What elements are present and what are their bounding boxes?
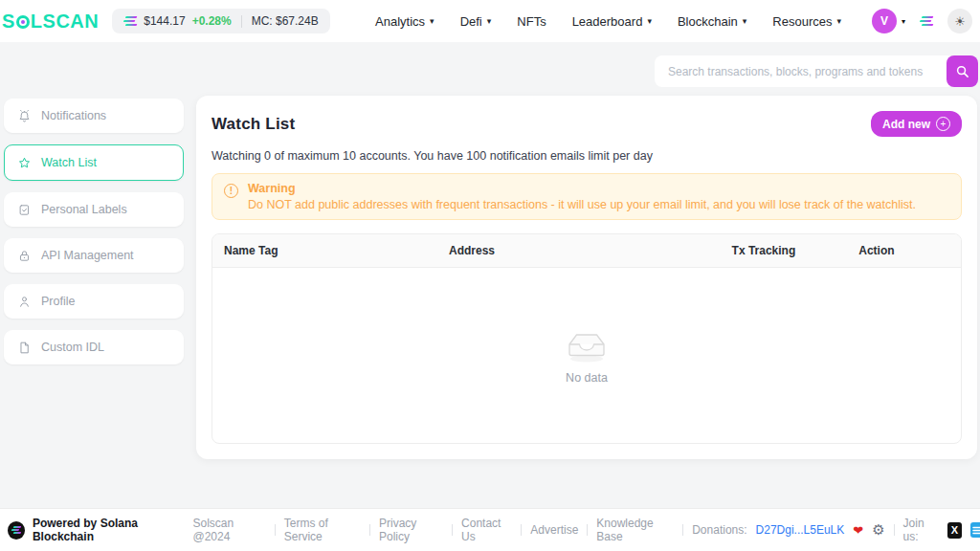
nav-analytics[interactable]: Analytics ▾ [375, 14, 434, 29]
sol-price-change: +0.28% [192, 14, 232, 28]
footer-link-contact[interactable]: Contact Us [461, 517, 512, 543]
bell-icon [17, 109, 32, 123]
join-us-label: Join us: [903, 517, 939, 543]
donations-address-link[interactable]: D27Dgi...L5EuLK [756, 523, 845, 537]
no-data-text: No data [566, 371, 608, 385]
watchlist-limits-text: Watching 0 of maximum 10 accounts. You h… [212, 149, 962, 163]
solscan-watchlist-page: SLSCAN $144.17 +0.28% MC: $67.24B Analyt… [0, 0, 980, 551]
nav-leaderboard[interactable]: Leaderboard ▾ [572, 14, 652, 29]
column-tx-tracking: Tx Tracking [732, 244, 859, 257]
column-action: Action [858, 244, 949, 257]
plus-circle-icon: + [936, 117, 950, 131]
header-right-controls: V ▾ ☀ [872, 9, 972, 33]
footer-link-advertise[interactable]: Advertise [530, 523, 578, 537]
table-header-row: Name Tag Address Tx Tracking Action [212, 234, 961, 268]
sidebar-item-custom-idl[interactable]: Custom IDL [4, 330, 184, 364]
sidebar-item-label: Notifications [41, 109, 106, 122]
label-check-icon [17, 203, 32, 217]
search-icon [955, 64, 969, 78]
warning-icon: ! [224, 184, 238, 198]
top-header: SLSCAN $144.17 +0.28% MC: $67.24B Analyt… [0, 0, 980, 42]
sol-price-ticker[interactable]: $144.17 +0.28% MC: $67.24B [112, 9, 329, 33]
sidebar-item-label: Profile [41, 295, 75, 308]
sol-market-cap: MC: $67.24B [252, 14, 319, 28]
sidebar-item-label: Personal Labels [41, 203, 127, 216]
chevron-down-icon: ▾ [902, 17, 905, 26]
add-new-button[interactable]: Add new + [871, 111, 962, 137]
table-empty-state: No data [212, 268, 961, 443]
donations-label: Donations: [692, 523, 746, 537]
sun-icon: ☀ [954, 14, 966, 29]
gear-icon[interactable]: ⚙ [872, 521, 884, 539]
column-address: Address [449, 244, 732, 257]
ticker-divider [241, 15, 242, 28]
file-icon [17, 341, 32, 355]
sidebar-item-label: Custom IDL [41, 341, 104, 354]
footer-copyright: Solscan @2024 [192, 517, 265, 543]
sidebar-item-personal-labels[interactable]: Personal Labels [4, 192, 184, 227]
solana-network-icon[interactable] [920, 16, 933, 26]
nav-resources[interactable]: Resources ▾ [772, 14, 841, 29]
footer-links: Solscan @2024 Terms of Service Privacy P… [192, 517, 980, 543]
warning-message: Do NOT add public addresses with frequen… [248, 198, 916, 211]
sidebar-item-api-management[interactable]: API Management [4, 238, 184, 273]
logo-suffix: LSCAN [31, 11, 99, 33]
chevron-down-icon: ▾ [743, 17, 747, 26]
telegram-icon[interactable] [970, 522, 980, 538]
heart-icon: ❤ [853, 523, 863, 538]
solana-icon [123, 16, 137, 26]
warning-title: Warning [248, 182, 916, 195]
chevron-down-icon: ▾ [647, 17, 652, 26]
footer-link-knowledge-base[interactable]: Knowledge Base [596, 517, 674, 543]
nav-defi[interactable]: Defi ▾ [460, 14, 492, 29]
star-icon [17, 156, 32, 170]
solana-badge-icon [8, 521, 25, 540]
chevron-down-icon: ▾ [430, 17, 434, 26]
column-name-tag: Name Tag [224, 244, 449, 257]
warning-banner: ! Warning Do NOT add public addresses wi… [212, 173, 962, 220]
empty-inbox-icon [562, 327, 612, 364]
chevron-down-icon: ▾ [836, 17, 841, 26]
sidebar-item-profile[interactable]: Profile [4, 284, 184, 319]
user-icon [17, 295, 32, 309]
search-button[interactable] [947, 55, 978, 87]
user-menu[interactable]: V ▾ [872, 9, 905, 33]
avatar[interactable]: V [872, 9, 897, 33]
theme-toggle-button[interactable]: ☀ [947, 9, 972, 33]
sol-price: $144.17 [144, 14, 185, 28]
logo-prefix: S [2, 11, 15, 33]
powered-by: Powered by Solana Blockchain [8, 517, 192, 543]
chevron-down-icon: ▾ [487, 17, 492, 26]
main-nav: Analytics ▾ Defi ▾ NFTs Leaderboard ▾ Bl… [375, 14, 841, 29]
x-twitter-icon[interactable]: X [947, 522, 962, 539]
lock-icon [17, 249, 32, 263]
footer-link-privacy[interactable]: Privacy Policy [379, 517, 443, 543]
sidebar-item-label: API Management [41, 249, 134, 262]
sidebar-item-notifications[interactable]: Notifications [4, 99, 184, 133]
watchlist-table: Name Tag Address Tx Tracking Action No d… [212, 233, 962, 444]
settings-sidebar: Notifications Watch List Personal Labels [4, 99, 184, 364]
page-title: Watch List [212, 115, 295, 134]
nav-blockchain[interactable]: Blockchain ▾ [678, 14, 746, 29]
footer-link-terms[interactable]: Terms of Service [284, 517, 361, 543]
powered-by-text: Powered by Solana Blockchain [33, 517, 193, 543]
nav-nfts[interactable]: NFTs [517, 14, 546, 29]
solscan-logo[interactable]: SLSCAN [2, 11, 99, 33]
sidebar-item-watch-list[interactable]: Watch List [4, 144, 184, 181]
watch-list-panel: Watch List Add new + Watching 0 of maxim… [196, 96, 977, 459]
solscan-o-icon [16, 15, 30, 29]
search-bar [655, 55, 978, 87]
sidebar-item-label: Watch List [41, 156, 97, 169]
page-footer: Powered by Solana Blockchain Solscan @20… [0, 508, 980, 551]
search-input[interactable] [655, 55, 954, 87]
